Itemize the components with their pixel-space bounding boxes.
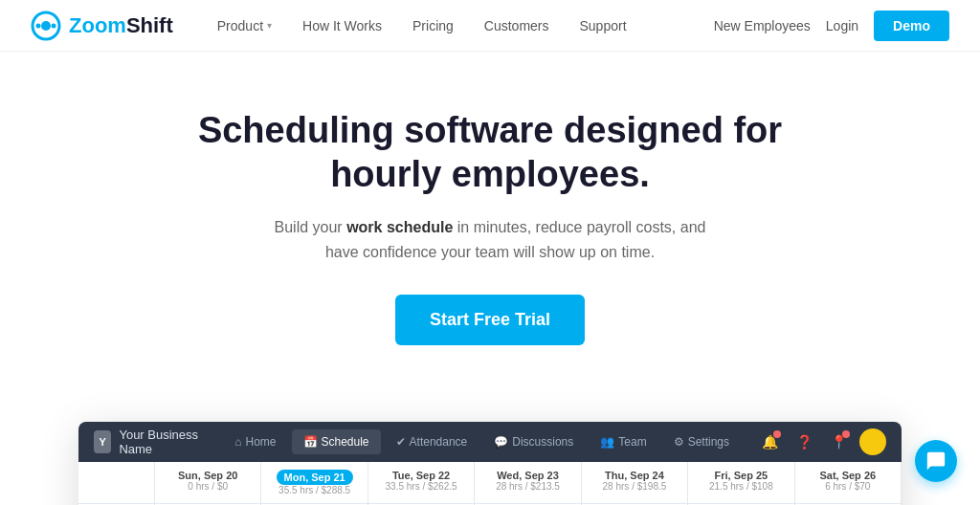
nav-right: New Employees Login Demo [714,11,949,41]
nav-support[interactable]: Support [567,11,640,41]
brand-name: ZoomShift [69,13,173,38]
app-nav-schedule[interactable]: 📅 Schedule [292,429,381,454]
schedule-icon: 📅 [303,435,318,449]
cal-day-0: Sun, Sep 20 0 hrs / $0 [155,462,261,503]
cal-header-empty [78,462,155,503]
hero-title: Scheduling software designed for hourly … [165,109,815,196]
cal-day-4: Thu, Sep 24 28 hrs / $198.5 [582,462,688,503]
app-business-icon: Y [94,430,111,453]
chat-bubble[interactable] [915,440,957,482]
nav-customers[interactable]: Customers [471,11,563,41]
navbar: ZoomShift Product ▾ How It Works Pricing… [0,0,980,52]
cal-day-5: Fri, Sep 25 21.5 hrs / $108 [688,462,794,503]
hero-section: Scheduling software designed for hourly … [0,52,980,384]
cal-day-3: Wed, Sep 23 28 hrs / $213.5 [475,462,581,503]
app-calendar: Sun, Sep 20 0 hrs / $0 Mon, Sep 21 35.5 … [78,462,902,505]
team-icon: 👥 [600,435,614,449]
svg-point-1 [41,21,51,31]
start-free-trial-button[interactable]: Start Free Trial [395,295,585,345]
svg-point-3 [52,23,56,28]
nav-how-it-works[interactable]: How It Works [289,11,395,41]
settings-icon: ⚙ [674,435,684,449]
app-screenshot: Y Your Business Name ⌂ Home 📅 Schedule ✔… [78,422,902,505]
nav-new-employees[interactable]: New Employees [714,18,811,33]
demo-button[interactable]: Demo [874,11,949,41]
bell-icon[interactable]: 🔔 [756,428,783,455]
location-icon[interactable]: 📍 [825,428,852,455]
hero-subtitle: Build your work schedule in minutes, red… [260,215,720,264]
cal-day-6: Sat, Sep 26 6 hrs / $70 [795,462,902,503]
app-nav-icons: 🔔 ❓ 📍 [756,428,886,455]
nav-product[interactable]: Product ▾ [204,11,285,41]
home-icon: ⌂ [234,435,241,449]
location-badge [842,430,850,438]
app-nav-home[interactable]: ⌂ Home [223,429,287,454]
app-nav-discussions[interactable]: 💬 Discussions [482,429,585,454]
logo-icon [31,11,61,41]
user-avatar[interactable] [859,428,886,455]
login-button[interactable]: Login [826,18,858,33]
cal-day-1: Mon, Sep 21 35.5 hrs / $288.5 [261,462,368,503]
notification-badge [773,430,781,438]
chevron-down-icon: ▾ [267,20,272,31]
app-nav-team[interactable]: 👥 Team [589,429,657,454]
nav-links: Product ▾ How It Works Pricing Customers… [204,11,714,41]
chat-icon [925,450,947,472]
app-topbar: Y Your Business Name ⌂ Home 📅 Schedule ✔… [78,422,902,462]
help-icon[interactable]: ❓ [791,428,817,455]
app-nav-attendance[interactable]: ✔ Attendance [385,429,479,454]
nav-pricing[interactable]: Pricing [399,11,467,41]
app-nav-settings[interactable]: ⚙ Settings [662,429,741,454]
attendance-icon: ✔ [396,435,406,449]
brand-logo[interactable]: ZoomShift [31,11,173,41]
app-nav: ⌂ Home 📅 Schedule ✔ Attendance 💬 Discuss… [223,429,741,454]
discussions-icon: 💬 [494,435,508,449]
svg-point-2 [36,23,41,28]
calendar-header: Sun, Sep 20 0 hrs / $0 Mon, Sep 21 35.5 … [78,462,902,504]
cal-day-2: Tue, Sep 22 33.5 hrs / $262.5 [368,462,475,503]
app-business-name: Y Your Business Name [94,428,208,456]
